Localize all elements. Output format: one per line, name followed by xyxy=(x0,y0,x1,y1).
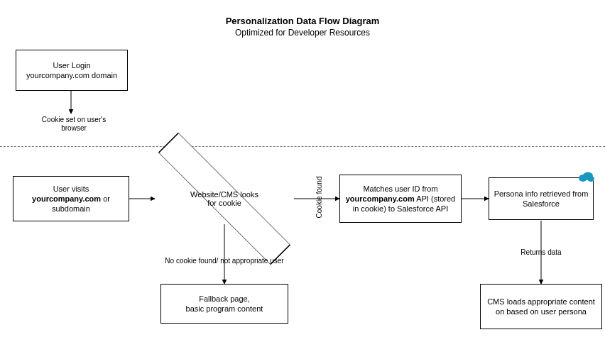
node-cms-load: CMS loads appropriate content on based o… xyxy=(480,284,602,329)
node-cms-load-label: CMS loads appropriate content on based o… xyxy=(487,297,595,316)
title-main: Personalization Data Flow Diagram xyxy=(0,16,605,26)
node-fallback: Fallback page, basic program content xyxy=(160,284,288,324)
diagram-canvas: Personalization Data Flow Diagram Optimi… xyxy=(0,0,605,364)
node-persona: Persona info retrieved from Salesforce xyxy=(489,177,594,220)
edge-label-cookie-found: Cookie found xyxy=(315,176,324,219)
node-user-login-line1: User Login xyxy=(53,61,90,70)
divider-dashed xyxy=(0,146,605,147)
title-sub: Optimized for Developer Resources xyxy=(0,28,605,38)
node-match-bold: yourcompany.com xyxy=(346,194,415,203)
edge-label-no-cookie: No cookie found/ not appropriate user xyxy=(146,257,302,265)
node-persona-label: Persona info retrieved from Salesforce xyxy=(494,189,589,208)
node-match-pre: Matches user ID from xyxy=(363,184,437,193)
edge-label-cookie-set: Cookie set on user's browser xyxy=(31,116,116,133)
node-user-visits-bold: yourcompany.com xyxy=(32,194,101,203)
node-decision: Website/CMS looks for cookie xyxy=(175,173,274,224)
diagram-title: Personalization Data Flow Diagram Optimi… xyxy=(0,16,605,38)
node-user-visits: User visits yourcompany.com or subdomain xyxy=(13,176,129,221)
node-user-login-line2: yourcompany.com domain xyxy=(26,71,117,79)
node-match: Matches user ID from yourcompany.com API… xyxy=(339,175,462,223)
edge-label-returns-data: Returns data xyxy=(517,248,565,257)
node-user-login: User Login yourcompany.com domain xyxy=(16,50,128,91)
node-user-visits-line1: User visits xyxy=(53,184,89,193)
node-decision-label: Website/CMS looks for cookie xyxy=(187,190,261,207)
